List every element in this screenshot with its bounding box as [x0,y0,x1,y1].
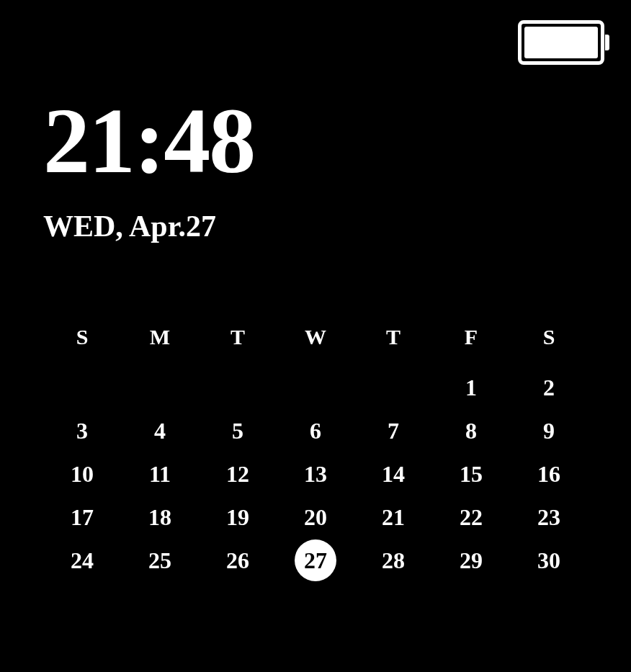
calendar-day-label: 29 [450,539,492,581]
calendar-day-label: 21 [372,496,414,538]
calendar-day-label: 9 [528,410,570,452]
calendar-day-label: 7 [372,410,414,452]
calendar-day[interactable]: 12 [199,452,277,496]
calendar-day-label [295,366,336,408]
calendar-day[interactable]: 6 [277,409,354,452]
weekday-label: T [354,317,432,357]
calendar-day[interactable]: 30 [510,539,588,582]
calendar-week-row: 3456789 [43,409,588,452]
calendar-day[interactable]: 15 [432,452,510,496]
calendar-day [354,366,432,409]
calendar-day[interactable]: 17 [43,496,121,539]
calendar-day[interactable]: 18 [121,496,199,539]
calendar-day-label: 10 [61,453,103,495]
calendar-day-label: 6 [295,410,336,452]
calendar-day[interactable]: 4 [121,409,199,452]
calendar-day-label: 16 [528,453,570,495]
calendar-day-label: 22 [450,496,492,538]
calendar-day-label: 3 [61,410,103,452]
calendar-day [43,366,121,409]
calendar-day-label: 5 [217,410,259,452]
calendar-day[interactable]: 10 [43,452,121,496]
calendar-day-label: 15 [450,453,492,495]
weekday-label: M [121,317,199,357]
calendar-day[interactable]: 13 [277,452,354,496]
calendar-day-label: 25 [139,539,181,581]
header: 21:48 WED, Apr.27 [43,94,254,243]
calendar-day-label: 24 [61,539,103,581]
calendar-day[interactable]: 27 [277,539,354,582]
weekday-label: T [199,317,277,357]
calendar-day-label: 13 [295,453,336,495]
calendar-day[interactable]: 7 [354,409,432,452]
calendar-day[interactable]: 20 [277,496,354,539]
battery-icon [518,20,609,65]
calendar-day[interactable]: 11 [121,452,199,496]
clock-calendar-widget: 21:48 WED, Apr.27 S M T W T F S 12345678… [0,0,631,672]
calendar-day[interactable]: 28 [354,539,432,582]
calendar-day[interactable]: 8 [432,409,510,452]
calendar-week-row: 17181920212223 [43,496,588,539]
calendar-week-row: 10111213141516 [43,452,588,496]
calendar-day-label: 12 [217,453,259,495]
clock-time: 21:48 [43,94,254,187]
calendar-day-label: 26 [217,539,259,581]
calendar-day[interactable]: 26 [199,539,277,582]
calendar-day[interactable]: 29 [432,539,510,582]
calendar-week-row: 12 [43,366,588,409]
calendar-day-label: 4 [139,410,181,452]
calendar-day[interactable]: 23 [510,496,588,539]
calendar-day-label: 14 [372,453,414,495]
calendar-day[interactable]: 21 [354,496,432,539]
calendar-day-label: 28 [372,539,414,581]
calendar-day-label: 20 [295,496,336,538]
calendar-day-label [139,366,181,408]
calendar-day[interactable]: 19 [199,496,277,539]
calendar-day-label [217,366,259,408]
calendar-day[interactable]: 5 [199,409,277,452]
calendar-day [121,366,199,409]
calendar-day-label [372,366,414,408]
calendar-day[interactable]: 9 [510,409,588,452]
weekday-label: S [510,317,588,357]
calendar-day[interactable]: 16 [510,452,588,496]
weekday-label: W [277,317,354,357]
calendar-day[interactable]: 24 [43,539,121,582]
weekday-label: F [432,317,510,357]
calendar: S M T W T F S 12345678910111213141516171… [43,317,588,582]
calendar-day[interactable]: 25 [121,539,199,582]
calendar-day[interactable]: 2 [510,366,588,409]
calendar-day-label: 11 [139,453,181,495]
calendar-day[interactable]: 14 [354,452,432,496]
calendar-day-label: 30 [528,539,570,581]
calendar-day-label: 23 [528,496,570,538]
calendar-day-label: 19 [217,496,259,538]
calendar-weekday-row: S M T W T F S [43,317,588,357]
calendar-day[interactable]: 3 [43,409,121,452]
calendar-day[interactable]: 22 [432,496,510,539]
calendar-day-label [61,366,103,408]
calendar-week-row: 24252627282930 [43,539,588,582]
calendar-day [277,366,354,409]
calendar-day-label: 1 [450,367,492,408]
weekday-label: S [43,317,121,357]
calendar-day-label: 17 [61,496,103,538]
calendar-day-label: 8 [450,410,492,452]
calendar-day-label: 27 [295,539,336,581]
calendar-day[interactable]: 1 [432,366,510,409]
calendar-day-label: 18 [139,496,181,538]
calendar-day-label: 2 [528,367,570,408]
clock-date: WED, Apr.27 [43,209,254,243]
calendar-day [199,366,277,409]
